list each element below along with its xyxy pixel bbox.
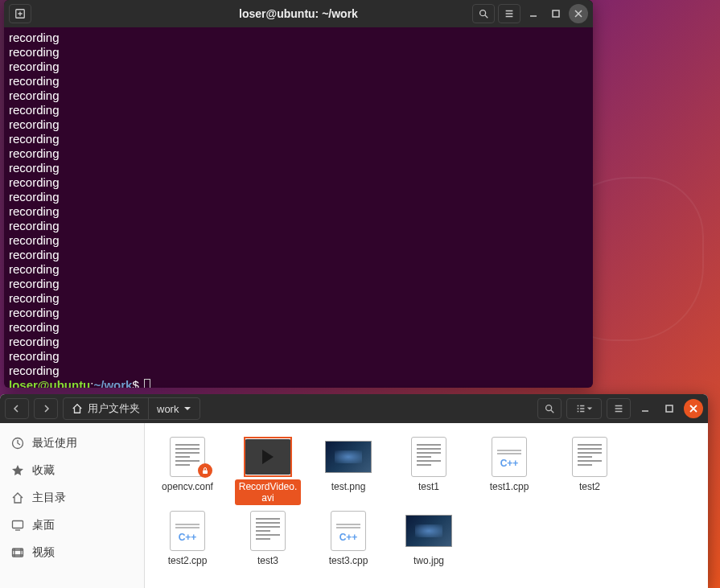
- sidebar-item-label: 最近使用: [32, 436, 77, 450]
- file-item[interactable]: C++test3.cpp: [314, 510, 383, 569]
- file-icon-image: [405, 512, 452, 550]
- sidebar-item-home[interactable]: 主目录: [0, 484, 144, 512]
- svg-point-1: [480, 10, 486, 16]
- svg-point-3: [546, 405, 552, 411]
- svg-rect-4: [666, 405, 673, 412]
- file-icon-text: [245, 512, 291, 550]
- file-label: test1: [415, 479, 442, 494]
- search-button[interactable]: [472, 4, 495, 23]
- back-button[interactable]: [5, 398, 29, 419]
- file-label: test3.cpp: [326, 553, 372, 568]
- svg-rect-6: [13, 521, 23, 528]
- path-home-label: 用户文件夹: [88, 401, 140, 416]
- desktop-icon: [11, 519, 24, 532]
- file-icon-image: [325, 438, 372, 476]
- sidebar-item-video[interactable]: 视频: [0, 539, 144, 566]
- maximize-button[interactable]: [546, 4, 566, 23]
- file-manager-window: 用户文件夹 work: [0, 394, 708, 588]
- fm-search-button[interactable]: [537, 398, 562, 419]
- close-button[interactable]: [569, 4, 588, 23]
- view-toggle-button[interactable]: [566, 398, 602, 419]
- file-icon-text: [566, 438, 613, 476]
- file-item[interactable]: test.png: [314, 436, 383, 507]
- fm-close-button[interactable]: [684, 399, 703, 418]
- file-label: test.png: [328, 479, 369, 494]
- file-item[interactable]: test3: [233, 510, 302, 569]
- sidebar-item-label: 主目录: [32, 491, 66, 505]
- fm-maximize-button[interactable]: [660, 399, 679, 418]
- svg-rect-8: [203, 471, 208, 475]
- file-manager-content[interactable]: opencv.confRecordVideo.avitest.pngtest1C…: [145, 423, 708, 588]
- path-home[interactable]: 用户文件夹: [64, 398, 149, 419]
- path-bar: 用户文件夹 work: [63, 397, 200, 420]
- terminal-window: loser@ubuntu: ~/work recording recording…: [4, 0, 593, 388]
- file-label: opencv.conf: [158, 479, 216, 494]
- fm-minimize-button[interactable]: [636, 399, 655, 418]
- file-label: two.jpg: [410, 553, 447, 568]
- file-label: test2: [576, 479, 603, 494]
- file-label: test2.cpp: [165, 553, 211, 568]
- new-tab-button[interactable]: [9, 4, 31, 23]
- video-icon: [11, 546, 24, 559]
- file-item[interactable]: two.jpg: [394, 510, 463, 569]
- file-manager-titlebar: 用户文件夹 work: [0, 394, 708, 423]
- file-manager-sidebar: 最近使用收藏主目录桌面视频: [0, 423, 145, 588]
- terminal-body[interactable]: recording recording recording recording …: [4, 27, 593, 388]
- svg-rect-2: [553, 10, 559, 17]
- path-current[interactable]: work: [149, 398, 200, 419]
- menu-button[interactable]: [498, 4, 520, 23]
- file-icon-video: [245, 438, 291, 476]
- file-icon-text: [405, 438, 452, 476]
- file-item[interactable]: test2: [555, 436, 624, 507]
- file-icon-text: [164, 438, 211, 476]
- file-item[interactable]: RecordVideo.avi: [233, 436, 302, 507]
- file-item[interactable]: opencv.conf: [153, 436, 222, 507]
- file-icon-cpp: C++: [486, 438, 533, 476]
- minimize-button[interactable]: [524, 4, 543, 23]
- sidebar-item-clock[interactable]: 最近使用: [0, 430, 144, 457]
- file-item[interactable]: C++test2.cpp: [153, 510, 222, 569]
- clock-icon: [11, 437, 24, 450]
- sidebar-item-desktop[interactable]: 桌面: [0, 512, 144, 539]
- forward-button[interactable]: [34, 398, 58, 419]
- sidebar-item-label: 桌面: [32, 518, 55, 532]
- file-label: test3: [254, 553, 282, 568]
- file-label: test1.cpp: [487, 479, 533, 494]
- terminal-titlebar: loser@ubuntu: ~/work: [4, 0, 593, 27]
- sidebar-item-star[interactable]: 收藏: [0, 457, 144, 484]
- lock-icon: [198, 463, 212, 478]
- star-icon: [11, 464, 24, 477]
- dropdown-icon: [183, 405, 191, 413]
- home-icon: [11, 491, 24, 504]
- file-icon-cpp: C++: [164, 512, 211, 550]
- file-icon-cpp: C++: [325, 512, 372, 550]
- watermark: CSDN @qq_58174923: [580, 534, 704, 548]
- home-icon: [72, 403, 83, 414]
- path-current-label: work: [157, 403, 179, 415]
- sidebar-item-label: 视频: [32, 545, 55, 560]
- file-item[interactable]: C++test1.cpp: [475, 436, 544, 507]
- fm-menu-button[interactable]: [607, 398, 631, 419]
- file-label: RecordVideo.avi: [235, 479, 301, 505]
- file-item[interactable]: test1: [394, 436, 463, 507]
- sidebar-item-label: 收藏: [32, 463, 55, 478]
